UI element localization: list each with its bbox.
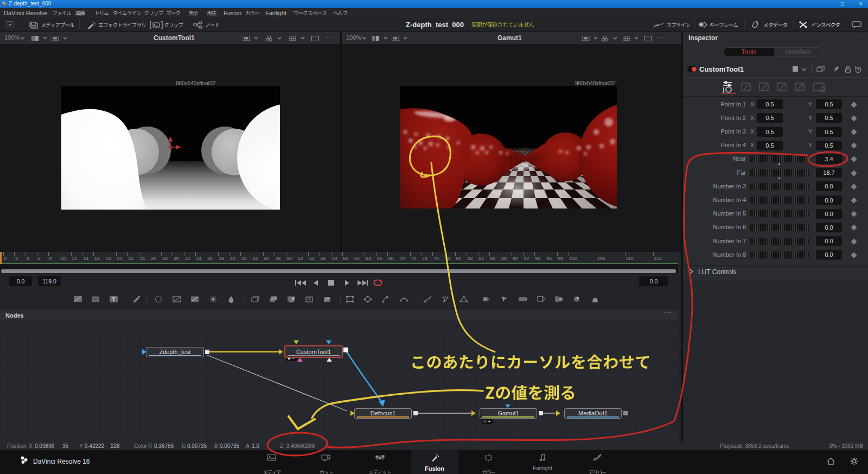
svg-text:T: T xyxy=(112,296,115,302)
